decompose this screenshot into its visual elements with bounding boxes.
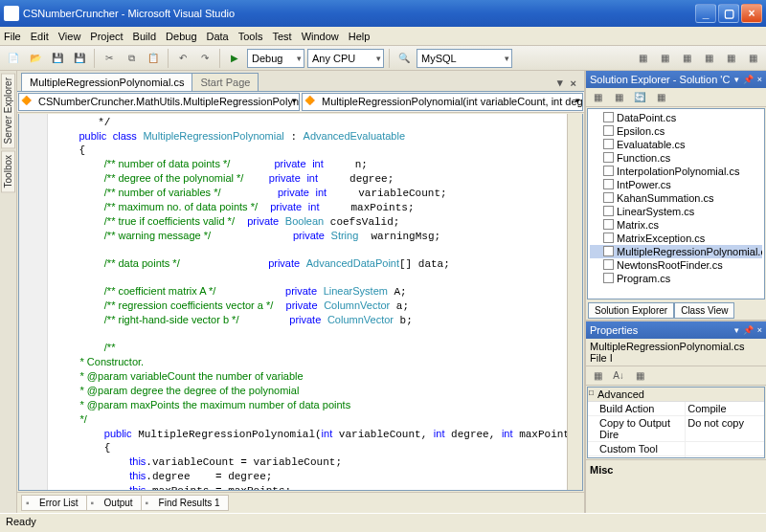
statusbar: Ready (0, 513, 766, 532)
tool-icon-6[interactable]: ▦ (743, 49, 762, 68)
cut-icon[interactable]: ✂ (100, 49, 119, 68)
tree-file: Epsilon.cs (590, 124, 762, 138)
alphabetical-icon[interactable]: A↓ (609, 366, 628, 386)
properties-subject[interactable]: MultipleRegressionPolynomial.cs File I (586, 339, 766, 366)
solution-tree[interactable]: DataPoint.cs Epsilon.cs Evaluatable.cs F… (587, 108, 765, 299)
status-text: Ready (6, 516, 36, 527)
doc-close-icon[interactable]: × (567, 76, 580, 91)
tool-icon-2[interactable]: ▦ (655, 49, 674, 68)
panel-dropdown-icon[interactable]: ▾ (734, 75, 739, 84)
tool-icon-4[interactable]: ▦ (699, 49, 718, 68)
properties-description: Misc (586, 459, 766, 513)
categorized-icon[interactable]: ▦ (588, 366, 607, 386)
prop-val[interactable] (685, 456, 764, 458)
save-all-icon[interactable]: 💾 (70, 49, 89, 68)
menu-project[interactable]: Project (90, 31, 123, 42)
tree-file: InterpolationPolynomial.cs (590, 165, 762, 178)
tool-icon-1[interactable]: ▦ (633, 49, 652, 68)
menu-help[interactable]: Help (349, 31, 371, 42)
prop-val[interactable]: Do not copy (685, 416, 764, 441)
tab-class-view[interactable]: Class View (674, 302, 734, 319)
doc-tab-active[interactable]: MultipleRegressionPolynomial.cs (21, 73, 192, 91)
platform-dropdown[interactable]: Any CPU (307, 49, 384, 68)
prop-val[interactable]: Compile (685, 402, 764, 415)
tab-solution-explorer[interactable]: Solution Explorer (588, 302, 674, 319)
tree-file: MatrixException.cs (590, 232, 762, 245)
tree-file: Program.cs (590, 272, 762, 285)
menu-test[interactable]: Test (272, 31, 291, 42)
main-toolbar: 📄 📂 💾 💾 ✂ ⧉ 📋 ↶ ↷ ▶ Debug Any CPU 🔍 MySQ… (0, 46, 766, 71)
document-tabs: MultipleRegressionPolynomial.cs Start Pa… (17, 71, 584, 92)
left-rail: Server Explorer Toolbox (0, 71, 17, 513)
close-button[interactable]: × (741, 4, 762, 23)
prop-key[interactable]: Custom Tool (588, 442, 685, 455)
minimize-button[interactable]: _ (695, 4, 716, 23)
bottom-tool-tabs: Error List Output Find Results 1 (17, 492, 584, 513)
tree-file-selected: MultipleRegressionPolynomial.c (590, 245, 762, 258)
config-dropdown[interactable]: Debug (247, 49, 304, 68)
undo-icon[interactable]: ↶ (173, 49, 192, 68)
editor-scrollbar[interactable] (567, 114, 582, 490)
menu-debug[interactable]: Debug (166, 31, 196, 42)
properties-title: Properties (590, 324, 731, 336)
redo-icon[interactable]: ↷ (195, 49, 214, 68)
member-nav-combo[interactable]: MultipleRegressionPolynomial(int variabl… (302, 93, 583, 111)
open-icon[interactable]: 📂 (26, 49, 45, 68)
new-project-icon[interactable]: 📄 (4, 49, 23, 68)
editor-gutter (19, 114, 48, 490)
menu-file[interactable]: File (4, 31, 21, 42)
menubar: File Edit View Project Build Debug Data … (0, 27, 766, 46)
code-editor[interactable]: */ public class MultipleRegressionPolyno… (18, 114, 583, 491)
doc-dropdown-icon[interactable]: ▾ (553, 75, 567, 91)
props-category-advanced[interactable]: Advanced (588, 388, 764, 402)
prop-key[interactable]: Build Action (588, 402, 685, 415)
prop-key[interactable]: Custom Tool Names (588, 456, 685, 458)
toolbox-tab[interactable]: Toolbox (1, 150, 15, 192)
menu-edit[interactable]: Edit (31, 31, 49, 42)
tree-file: DataPoint.cs (590, 111, 762, 124)
se-viewcode-icon[interactable]: ▦ (651, 88, 670, 107)
tree-file: LinearSystem.cs (590, 205, 762, 218)
type-nav-combo[interactable]: CSNumberCruncher.MathUtils.MultipleRegre… (18, 93, 300, 111)
se-properties-icon[interactable]: ▦ (588, 88, 607, 107)
output-tab[interactable]: Output (86, 495, 142, 511)
tool-icon-5[interactable]: ▦ (721, 49, 740, 68)
solution-explorer-panel: Solution Explorer - Solution 'CSNu… ▾ 📌 … (586, 71, 766, 320)
server-explorer-tab[interactable]: Server Explorer (1, 73, 15, 148)
solution-explorer-title: Solution Explorer - Solution 'CSNu… (590, 74, 731, 85)
db-dropdown[interactable]: MySQL (417, 49, 512, 68)
tool-icon-3[interactable]: ▦ (677, 49, 696, 68)
se-refresh-icon[interactable]: 🔄 (630, 88, 649, 107)
start-debug-icon[interactable]: ▶ (225, 49, 244, 68)
menu-window[interactable]: Window (302, 31, 339, 42)
tree-file: NewtonsRootFinder.cs (590, 258, 762, 272)
copy-icon[interactable]: ⧉ (122, 49, 141, 68)
paste-icon[interactable]: 📋 (144, 49, 163, 68)
menu-view[interactable]: View (58, 31, 81, 42)
panel-close-icon[interactable]: × (757, 75, 762, 84)
doc-tab-startpage[interactable]: Start Page (192, 73, 259, 91)
prop-key[interactable]: Copy to Output Dire (588, 416, 685, 441)
panel-dropdown-icon[interactable]: ▾ (734, 325, 739, 335)
properties-panel: Properties ▾ 📌 × MultipleRegressionPolyn… (586, 320, 766, 513)
panel-pin-icon[interactable]: 📌 (743, 325, 754, 335)
prop-val[interactable] (685, 442, 764, 455)
panel-pin-icon[interactable]: 📌 (743, 75, 754, 84)
find-icon[interactable]: 🔍 (394, 49, 414, 68)
solution-explorer-toolbar: ▦ ▦ 🔄 ▦ (586, 88, 766, 107)
tree-file: Function.cs (590, 151, 762, 165)
save-icon[interactable]: 💾 (48, 49, 67, 68)
app-icon (4, 6, 19, 21)
maximize-button[interactable]: ▢ (718, 4, 739, 23)
se-showall-icon[interactable]: ▦ (609, 88, 628, 107)
properties-grid[interactable]: Advanced Build ActionCompile Copy to Out… (587, 387, 765, 458)
errorlist-tab[interactable]: Error List (21, 495, 87, 511)
menu-data[interactable]: Data (207, 31, 229, 42)
menu-build[interactable]: Build (133, 31, 156, 42)
props-icon-3[interactable]: ▦ (630, 366, 649, 386)
properties-toolbar: ▦ A↓ ▦ (586, 366, 766, 386)
window-title: CSNumberCruncher - Microsoft Visual Stud… (23, 8, 695, 19)
menu-tools[interactable]: Tools (238, 31, 263, 42)
findresults-tab[interactable]: Find Results 1 (141, 495, 229, 511)
panel-close-icon[interactable]: × (757, 325, 762, 335)
